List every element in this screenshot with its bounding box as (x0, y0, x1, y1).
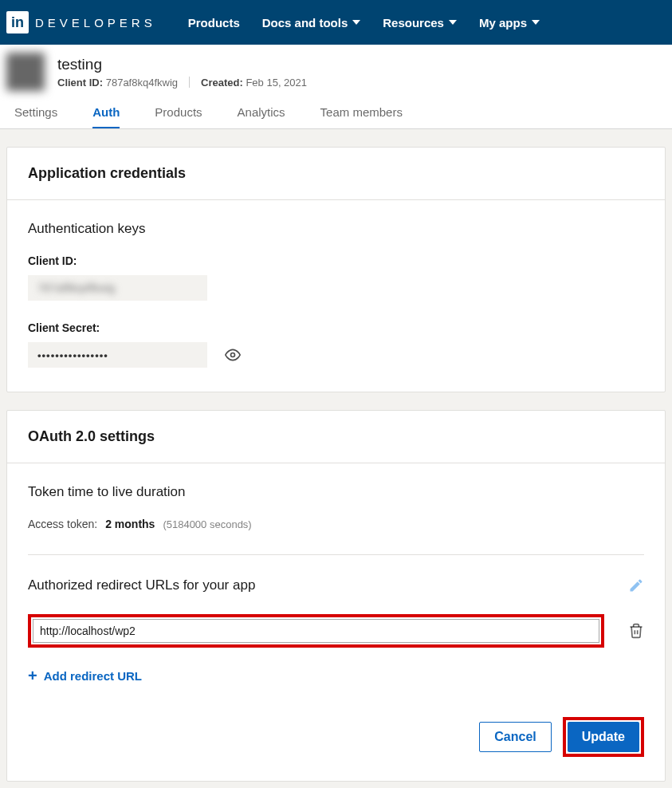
tab-products[interactable]: Products (155, 99, 202, 128)
oauth-card-title: OAuth 2.0 settings (7, 411, 665, 463)
add-redirect-url-link[interactable]: + Add redirect URL (28, 667, 644, 685)
trash-icon[interactable] (628, 621, 644, 640)
nav-docs-tools[interactable]: Docs and tools (262, 16, 361, 30)
client-id-label: Client ID: (28, 254, 644, 267)
plus-icon: + (28, 667, 37, 685)
nav-resources[interactable]: Resources (383, 16, 457, 30)
redirect-urls-title: Authorized redirect URLs for your app (28, 577, 255, 593)
client-id-box: 787af8kq4fkwig (28, 275, 207, 301)
add-redirect-url-label: Add redirect URL (44, 669, 142, 683)
access-token-value: 2 months (105, 518, 155, 530)
credentials-card: Application credentials Authentication k… (6, 147, 666, 392)
update-button[interactable]: Update (568, 722, 639, 752)
tabs: Settings Auth Products Analytics Team me… (6, 99, 658, 128)
linkedin-icon: in (6, 11, 29, 33)
chevron-down-icon (449, 20, 457, 25)
svg-point-0 (231, 353, 235, 357)
client-id-value: 787af8kq4fkwig (37, 282, 115, 294)
chevron-down-icon (532, 20, 540, 25)
update-button-highlight: Update (563, 717, 644, 757)
redirect-url-highlight (28, 614, 604, 648)
ttl-title: Token time to live duration (28, 484, 644, 500)
app-header: testing Client ID: 787af8kq4fkwig Create… (0, 45, 672, 129)
client-id-meta: Client ID: 787af8kq4fkwig (57, 77, 178, 89)
logo-text: DEVELOPERS (35, 16, 156, 30)
nav-label: My apps (479, 16, 527, 30)
app-avatar (6, 53, 45, 91)
access-token-label: Access token: (28, 518, 97, 530)
tab-team-members[interactable]: Team members (320, 99, 403, 128)
nav-label: Products (188, 16, 240, 30)
nav-products[interactable]: Products (188, 16, 240, 30)
access-token-seconds: (5184000 seconds) (163, 518, 251, 530)
app-title: testing (57, 56, 307, 73)
pencil-icon[interactable] (628, 577, 644, 593)
nav-label: Docs and tools (262, 16, 348, 30)
logo-block[interactable]: in DEVELOPERS (6, 11, 156, 33)
credentials-card-title: Application credentials (7, 148, 665, 200)
oauth-card: OAuth 2.0 settings Token time to live du… (6, 410, 666, 782)
section-divider (28, 554, 644, 555)
auth-keys-subtitle: Authentication keys (28, 221, 644, 237)
redirect-url-input[interactable] (33, 619, 599, 643)
nav-my-apps[interactable]: My apps (479, 16, 540, 30)
meta-divider (189, 77, 190, 88)
tab-analytics[interactable]: Analytics (238, 99, 285, 128)
client-secret-box: •••••••••••••••• (28, 342, 207, 368)
top-nav-bar: in DEVELOPERS Products Docs and tools Re… (0, 0, 672, 45)
cancel-button[interactable]: Cancel (479, 722, 551, 752)
nav-label: Resources (383, 16, 444, 30)
eye-icon[interactable] (225, 347, 241, 363)
tab-settings[interactable]: Settings (14, 99, 57, 128)
client-secret-label: Client Secret: (28, 321, 644, 334)
chevron-down-icon (352, 20, 360, 25)
created-meta: Created: Feb 15, 2021 (201, 77, 307, 89)
client-secret-value: •••••••••••••••• (37, 349, 108, 361)
tab-auth[interactable]: Auth (92, 99, 120, 128)
